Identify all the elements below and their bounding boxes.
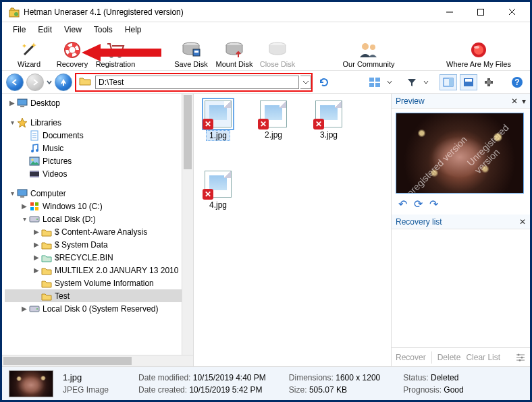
tree-item-svi[interactable]: System Volume Information (5, 277, 193, 289)
tree-item-videos[interactable]: Videos (5, 167, 193, 180)
address-input[interactable] (95, 76, 299, 89)
clear-list-button[interactable]: Clear List (466, 353, 500, 362)
tree-item-libraries[interactable]: ▾Libraries (5, 116, 193, 129)
menu-view[interactable]: View (59, 24, 87, 36)
tree-item-system-data[interactable]: ▶$ System Data (5, 238, 193, 251)
nav-up-button[interactable] (55, 74, 72, 91)
menu-edit[interactable]: Edit (32, 24, 57, 36)
recover-button[interactable]: Recover (396, 353, 426, 362)
community-button[interactable]: Our Community (331, 36, 406, 69)
title-bar: Hetman Uneraser 4.1 (Unregistered versio… (2, 2, 530, 22)
recovery-button[interactable]: Recovery (51, 36, 94, 69)
svg-point-1 (14, 12, 18, 16)
close-disk-button[interactable]: Close Disk (256, 36, 299, 69)
wizard-button[interactable]: Wizard (7, 36, 51, 69)
svg-point-16 (362, 43, 369, 50)
help-button[interactable]: ? (508, 74, 526, 90)
menu-file[interactable]: File (7, 24, 31, 36)
svg-rect-22 (369, 78, 374, 82)
tree-item-pictures[interactable]: Pictures (5, 154, 193, 167)
rotate-right-icon[interactable]: ↷ (429, 198, 438, 210)
svg-rect-13 (194, 51, 198, 53)
tree-item-recycle[interactable]: ▶$RECYCLE.BIN (5, 251, 193, 264)
registration-button[interactable]: Registration (94, 36, 137, 69)
wand-icon (20, 40, 38, 59)
windows-icon (29, 201, 40, 212)
tree-item-d-drive[interactable]: ▾Local Disk (D:) (5, 212, 193, 225)
svg-rect-51 (35, 202, 38, 206)
music-icon (29, 143, 40, 154)
status-bar: 1.jpg JPEG Image Date modified: 10/15/20… (2, 366, 530, 400)
delete-button[interactable]: Delete (437, 353, 461, 362)
folder-icon (41, 227, 52, 237)
preview-dropdown-icon[interactable]: ▾ (522, 96, 526, 106)
menu-help[interactable]: Help (119, 24, 147, 36)
mount-disk-button[interactable]: Mount Disk (213, 36, 256, 69)
status-filename: 1.jpg (63, 372, 109, 382)
nav-back-button[interactable] (6, 74, 24, 91)
preview-panel-toggle[interactable] (440, 74, 457, 90)
file-item-4[interactable]: ✕ 4.jpg (198, 171, 238, 210)
svg-rect-50 (30, 202, 34, 206)
image-file-icon: ✕ (205, 100, 232, 127)
refresh-button[interactable] (315, 74, 333, 90)
tree-item-multilex[interactable]: ▶MULTILEX 2.0 JANUARY 13 2010 (5, 264, 193, 277)
view-mode-button[interactable] (367, 74, 384, 90)
file-item-1[interactable]: ✕ 1.jpg (198, 100, 238, 141)
svg-rect-23 (375, 78, 380, 82)
svg-rect-27 (449, 78, 453, 86)
recovery-list-header: Recovery list ✕ (392, 214, 530, 229)
svg-rect-29 (465, 79, 472, 82)
svg-rect-52 (30, 207, 34, 210)
svg-point-55 (36, 219, 38, 220)
close-button[interactable] (496, 3, 527, 22)
tree-item-c-drive[interactable]: ▶Windows 10 (C:) (5, 200, 193, 212)
save-disk-button[interactable]: Save Disk (169, 36, 213, 69)
tree-vertical-scrollbar[interactable] (182, 94, 193, 355)
tree-item-content-aware[interactable]: ▶$ Content-Aware Analysis (5, 225, 193, 238)
save-panel-toggle[interactable] (460, 74, 477, 90)
svg-rect-48 (18, 190, 27, 196)
file-list[interactable]: ✕ 1.jpg ✕ 2.jpg ✕ 3.jpg ✕ 4.jpg (194, 94, 391, 366)
recovery-list-close-icon[interactable]: ✕ (519, 217, 526, 227)
tree-item-test[interactable]: Test (5, 289, 193, 302)
view-mode-dropdown[interactable] (387, 77, 392, 88)
right-panel: Preview ✕ ▾ Unregistered version Unregis… (391, 94, 530, 366)
options-button[interactable] (480, 74, 498, 90)
where-files-button[interactable]: Where Are My Files (433, 36, 525, 69)
svg-line-6 (24, 45, 34, 55)
address-dropdown[interactable] (300, 76, 311, 89)
status-filetype: JPEG Image (63, 385, 109, 395)
video-icon (29, 169, 40, 179)
drive-icon (29, 214, 40, 225)
file-item-3[interactable]: ✕ 3.jpg (309, 100, 349, 141)
svg-line-5 (509, 9, 515, 15)
minimize-button[interactable] (434, 3, 465, 22)
preview-close-icon[interactable]: ✕ (511, 96, 518, 106)
rotate-left-icon[interactable]: ↶ (398, 198, 407, 210)
svg-rect-3 (478, 9, 484, 15)
svg-point-61 (518, 353, 520, 355)
tree-horizontal-scrollbar[interactable] (2, 355, 193, 366)
svg-point-10 (117, 54, 122, 58)
filter-dropdown[interactable] (423, 77, 429, 88)
tree-item-desktop[interactable]: ▶Desktop (5, 96, 193, 109)
preview-header: Preview ✕ ▾ (392, 94, 530, 109)
maximize-button[interactable] (465, 3, 496, 22)
address-bar (75, 73, 313, 92)
tree-item-documents[interactable]: Documents (5, 129, 193, 142)
nav-history-dropdown[interactable] (47, 74, 52, 90)
tree-item-disk0[interactable]: ▶Local Disk 0 (System Reserved) (5, 302, 193, 315)
list-settings-icon[interactable] (515, 353, 526, 362)
svg-rect-32 (487, 80, 491, 84)
disk-mount-icon (225, 40, 244, 59)
rotate-180-icon[interactable]: ⟳ (414, 198, 423, 210)
navigation-bar: ? (2, 71, 530, 94)
tree-item-music[interactable]: Music (5, 142, 193, 154)
tree-item-computer[interactable]: ▾Computer (5, 187, 193, 200)
nav-forward-button[interactable] (26, 74, 44, 91)
folder-icon (79, 76, 92, 89)
filter-button[interactable] (403, 74, 421, 90)
menu-tools[interactable]: Tools (88, 24, 118, 36)
file-item-2[interactable]: ✕ 2.jpg (253, 100, 294, 141)
